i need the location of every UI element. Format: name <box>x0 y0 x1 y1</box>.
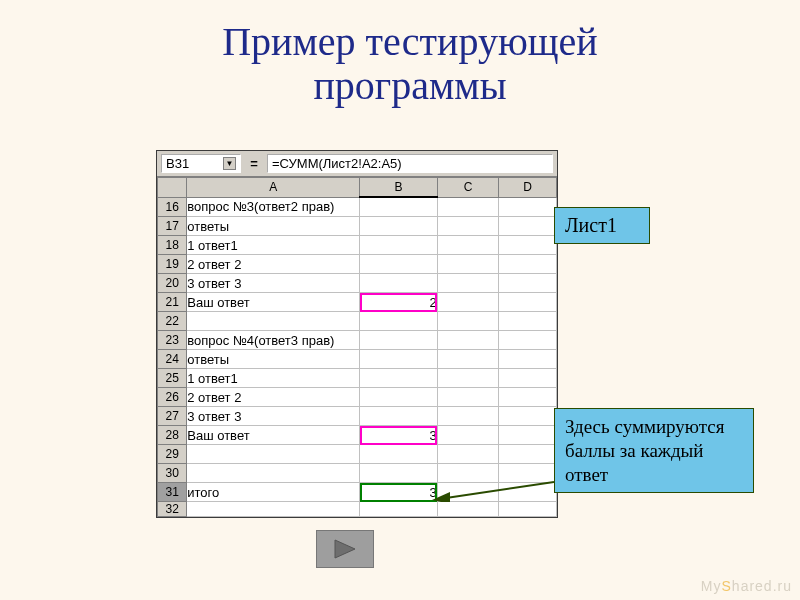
cell[interactable] <box>360 312 438 331</box>
cell[interactable] <box>437 483 499 502</box>
row-header[interactable]: 17 <box>158 217 187 236</box>
cell[interactable]: итого <box>187 483 360 502</box>
spreadsheet-grid[interactable]: A B C D 16вопрос №3(ответ2 прав)17ответы… <box>157 177 557 517</box>
cell[interactable] <box>499 445 557 464</box>
cell[interactable] <box>360 350 438 369</box>
cell[interactable] <box>499 388 557 407</box>
cell[interactable] <box>360 369 438 388</box>
row-header[interactable]: 29 <box>158 445 187 464</box>
cell[interactable] <box>360 255 438 274</box>
col-header-A[interactable]: A <box>187 178 360 198</box>
cell[interactable] <box>187 445 360 464</box>
cell[interactable]: Ваш ответ <box>187 426 360 445</box>
cell[interactable] <box>499 407 557 426</box>
cell[interactable] <box>437 388 499 407</box>
cell[interactable] <box>187 312 360 331</box>
cell[interactable] <box>360 502 438 517</box>
chevron-down-icon[interactable]: ▼ <box>223 157 236 170</box>
cell[interactable] <box>499 350 557 369</box>
cell[interactable]: вопрос №4(ответ3 прав) <box>187 331 360 350</box>
cell[interactable] <box>360 217 438 236</box>
table-row: 22 <box>158 312 557 331</box>
cell[interactable] <box>499 464 557 483</box>
cell[interactable] <box>499 426 557 445</box>
cell[interactable] <box>499 331 557 350</box>
row-header[interactable]: 16 <box>158 197 187 217</box>
cell[interactable] <box>437 312 499 331</box>
cell[interactable]: 2 ответ 2 <box>187 388 360 407</box>
cell[interactable]: 3 ответ 3 <box>187 274 360 293</box>
cell[interactable] <box>360 331 438 350</box>
cell[interactable] <box>360 388 438 407</box>
row-header[interactable]: 28 <box>158 426 187 445</box>
cell[interactable]: 1 ответ1 <box>187 369 360 388</box>
cell[interactable] <box>437 217 499 236</box>
cell[interactable] <box>499 312 557 331</box>
cell[interactable] <box>437 445 499 464</box>
row-header[interactable]: 18 <box>158 236 187 255</box>
cell[interactable] <box>360 197 438 217</box>
cell[interactable] <box>437 464 499 483</box>
cell[interactable]: ответы <box>187 350 360 369</box>
cell[interactable] <box>437 255 499 274</box>
cell[interactable]: 2 <box>360 293 438 312</box>
formula-input[interactable]: =СУММ(Лист2!A2:A5) <box>267 154 553 173</box>
cell[interactable] <box>360 407 438 426</box>
table-row: 21Ваш ответ2 <box>158 293 557 312</box>
cell[interactable] <box>499 197 557 217</box>
select-all-corner[interactable] <box>158 178 187 198</box>
cell[interactable]: Ваш ответ <box>187 293 360 312</box>
row-header[interactable]: 21 <box>158 293 187 312</box>
cell[interactable]: ответы <box>187 217 360 236</box>
cell[interactable] <box>360 274 438 293</box>
cell[interactable] <box>437 293 499 312</box>
cell[interactable] <box>437 236 499 255</box>
cell[interactable] <box>187 464 360 483</box>
name-box[interactable]: B31 ▼ <box>161 154 241 173</box>
cell[interactable] <box>437 426 499 445</box>
cell[interactable] <box>499 255 557 274</box>
row-header[interactable]: 32 <box>158 502 187 517</box>
cell[interactable]: 1 ответ1 <box>187 236 360 255</box>
row-header[interactable]: 22 <box>158 312 187 331</box>
row-header[interactable]: 27 <box>158 407 187 426</box>
cell[interactable] <box>360 464 438 483</box>
cell[interactable] <box>499 217 557 236</box>
row-header[interactable]: 23 <box>158 331 187 350</box>
cell[interactable] <box>499 369 557 388</box>
row-header[interactable]: 20 <box>158 274 187 293</box>
cell[interactable]: 3 ответ 3 <box>187 407 360 426</box>
row-header[interactable]: 26 <box>158 388 187 407</box>
formula-text: =СУММ(Лист2!A2:A5) <box>272 156 402 171</box>
table-row: 29 <box>158 445 557 464</box>
col-header-B[interactable]: B <box>360 178 438 198</box>
row-header[interactable]: 24 <box>158 350 187 369</box>
cell[interactable]: вопрос №3(ответ2 прав) <box>187 197 360 217</box>
row-header[interactable]: 25 <box>158 369 187 388</box>
cell[interactable] <box>360 445 438 464</box>
cell[interactable]: 2 ответ 2 <box>187 255 360 274</box>
cell[interactable] <box>499 293 557 312</box>
cell[interactable] <box>437 407 499 426</box>
cell[interactable]: 3 <box>360 483 438 502</box>
col-header-C[interactable]: C <box>437 178 499 198</box>
cell[interactable] <box>437 331 499 350</box>
cell[interactable] <box>437 350 499 369</box>
cell[interactable] <box>499 483 557 502</box>
cell[interactable] <box>499 502 557 517</box>
cell[interactable] <box>437 197 499 217</box>
row-header[interactable]: 19 <box>158 255 187 274</box>
cell[interactable] <box>437 274 499 293</box>
col-header-D[interactable]: D <box>499 178 557 198</box>
cell[interactable] <box>187 502 360 517</box>
cell[interactable] <box>437 369 499 388</box>
cell[interactable] <box>437 502 499 517</box>
cell[interactable] <box>499 274 557 293</box>
column-header-row: A B C D <box>158 178 557 198</box>
cell[interactable] <box>499 236 557 255</box>
next-slide-button[interactable] <box>316 530 374 568</box>
row-header[interactable]: 31 <box>158 483 187 502</box>
cell[interactable]: 3 <box>360 426 438 445</box>
row-header[interactable]: 30 <box>158 464 187 483</box>
cell[interactable] <box>360 236 438 255</box>
